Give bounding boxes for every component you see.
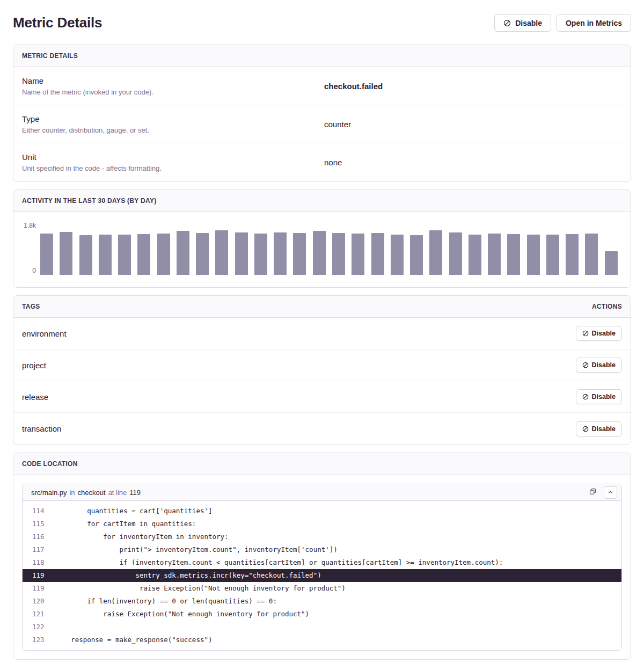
code-frame: src/main.py in checkout at line 119 — [22, 484, 622, 651]
code-location-panel: CODE LOCATION src/main.py in checkout at… — [13, 453, 631, 660]
ban-icon — [582, 362, 589, 368]
code-line-number: 118 — [23, 556, 55, 569]
tags-rows: environment Disable project Disable rele… — [13, 318, 631, 445]
code-line: 119 sentry_sdk.metrics.incr(key="checkou… — [23, 569, 621, 582]
chart-bar — [566, 234, 579, 275]
code-line-text: if len(inventory) == 0 or len(quantities… — [55, 595, 277, 608]
disable-tag-button[interactable]: Disable — [576, 389, 622, 404]
ban-icon — [582, 394, 589, 400]
y-axis-max-label: 1.8k — [13, 222, 36, 229]
code-file-path: src/main.py — [31, 489, 67, 497]
code-line-number: 114 — [23, 505, 55, 518]
metric-detail-description: Name of the metric (invoked in your code… — [22, 88, 322, 96]
code-line-number: 121 — [23, 608, 55, 621]
code-line: 120 if len(inventory) == 0 or len(quanti… — [23, 595, 621, 608]
code-line: 114 quantities = cart['quantities'] — [23, 505, 621, 518]
code-line: 119 raise Exception("Not enough inventor… — [23, 582, 621, 595]
ban-icon — [582, 426, 589, 432]
metric-details-rows: Name Name of the metric (invoked in your… — [13, 67, 631, 181]
code-line-text: quantities = cart['quantities'] — [55, 505, 213, 518]
chart-bar — [235, 232, 248, 275]
metric-detail-row: Unit Unit specified in the code - affect… — [13, 143, 631, 181]
code-line: 116 for inventoryItem in inventory: — [23, 530, 621, 543]
activity-panel-header: ACTIVITY IN THE LAST 30 DAYS (BY DAY) — [13, 190, 631, 212]
metric-details-page: Metric Details Disable Open in Metrics M… — [0, 14, 644, 660]
actions-header-label: ACTIONS — [592, 303, 622, 310]
chart-bars — [40, 226, 618, 275]
metric-detail-row: Name Name of the metric (invoked in your… — [13, 67, 631, 105]
activity-bar-chart: 1.8k 0 — [13, 212, 631, 287]
code-line-text: for cartItem in quantities: — [55, 518, 196, 530]
metric-detail-label: Type — [22, 114, 322, 123]
chart-bar — [274, 232, 287, 275]
chevron-up-icon — [608, 489, 613, 497]
chart-bar — [332, 233, 345, 275]
metric-details-panel-header: METRIC DETAILS — [13, 45, 631, 67]
y-axis-zero-label: 0 — [13, 267, 36, 274]
code-function-name: checkout — [78, 489, 106, 497]
code-line-text: if (inventoryItem.count < quantities[car… — [55, 556, 503, 569]
code-line-text: response = make_response("success") — [55, 633, 213, 646]
copy-code-button[interactable] — [587, 486, 598, 499]
ban-icon — [582, 330, 589, 337]
disable-tag-button[interactable]: Disable — [576, 326, 622, 341]
tags-header-label: TAGS — [22, 303, 40, 310]
collapse-code-button[interactable] — [604, 486, 617, 499]
code-line-number: 119 — [129, 489, 141, 497]
open-in-metrics-button[interactable]: Open in Metrics — [557, 14, 631, 32]
tag-row: transaction Disable — [13, 413, 631, 445]
page-header: Metric Details Disable Open in Metrics — [13, 14, 631, 32]
code-line: 122 — [23, 621, 621, 633]
chart-bar — [546, 235, 559, 275]
tag-row: environment Disable — [13, 318, 631, 349]
chart-bar — [429, 230, 442, 275]
chart-bar — [196, 233, 209, 275]
code-line: 115 for cartItem in quantities: — [23, 518, 621, 530]
metric-detail-label: Unit — [22, 152, 322, 162]
code-line-number: 122 — [23, 621, 55, 633]
chart-bar — [118, 235, 131, 275]
copy-icon — [589, 487, 597, 497]
code-line-number: 116 — [23, 530, 55, 543]
chart-bar — [313, 231, 326, 275]
code-line: 121 raise Exception("Not enough inventor… — [23, 608, 621, 621]
chart-bar — [137, 234, 150, 275]
disable-tag-button[interactable]: Disable — [576, 421, 622, 436]
code-at-line-words: at line — [108, 489, 127, 497]
code-line: 118 if (inventoryItem.count < quantities… — [23, 556, 621, 569]
code-frame-header: src/main.py in checkout at line 119 — [23, 484, 621, 501]
tag-name: release — [22, 392, 48, 402]
chart-bar — [605, 251, 618, 275]
chart-bar — [371, 233, 384, 275]
metric-detail-value: counter — [322, 120, 622, 129]
code-line-number: 117 — [23, 543, 55, 556]
code-lines: 114 quantities = cart['quantities'] 115 … — [23, 501, 621, 650]
page-title: Metric Details — [13, 14, 102, 31]
tags-panel: TAGS ACTIONS environment Disable project… — [13, 295, 631, 445]
metric-details-panel: METRIC DETAILS Name Name of the metric (… — [13, 45, 631, 182]
metric-detail-value: none — [322, 158, 622, 167]
chart-bar — [293, 233, 306, 275]
chart-bar — [469, 235, 481, 275]
disable-metric-button[interactable]: Disable — [494, 14, 551, 32]
code-location-panel-header: CODE LOCATION — [13, 453, 631, 475]
chart-bar — [391, 235, 404, 275]
chart-bar — [352, 234, 364, 275]
code-line-number: 115 — [23, 518, 55, 530]
tag-row: release Disable — [13, 381, 631, 413]
chart-bar — [40, 234, 53, 275]
disable-tag-button[interactable]: Disable — [576, 358, 622, 373]
code-line-text: raise Exception("Not enough inventory fo… — [55, 608, 309, 621]
tag-name: project — [22, 361, 46, 370]
metric-detail-row: Type Either counter, distribution, gauge… — [13, 105, 631, 143]
metric-detail-left: Unit Unit specified in the code - affect… — [22, 152, 322, 172]
code-line-number: 119 — [23, 582, 55, 595]
code-line-text: sentry_sdk.metrics.incr(key="checkout.fa… — [55, 569, 321, 582]
tag-name: environment — [22, 329, 67, 338]
code-location-body: src/main.py in checkout at line 119 — [13, 475, 631, 659]
code-line-number: 119 — [23, 569, 55, 582]
chart-bar — [215, 230, 228, 275]
tag-name: transaction — [22, 424, 61, 433]
activity-panel: ACTIVITY IN THE LAST 30 DAYS (BY DAY) 1.… — [13, 190, 631, 288]
chart-bar — [157, 234, 170, 275]
